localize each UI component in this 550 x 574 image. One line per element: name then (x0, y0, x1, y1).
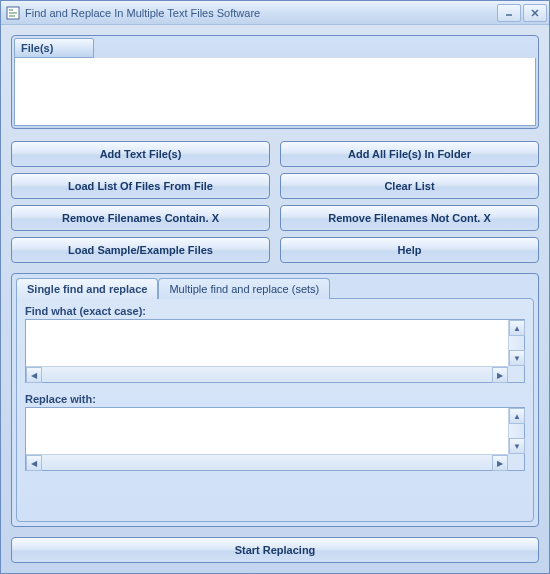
add-text-files-button[interactable]: Add Text File(s) (11, 141, 270, 167)
scroll-up-icon[interactable]: ▲ (509, 320, 525, 336)
load-sample-files-button[interactable]: Load Sample/Example Files (11, 237, 270, 263)
app-icon (5, 5, 21, 21)
close-button[interactable] (523, 4, 547, 22)
find-what-wrap: ▲ ▼ ◀ ▶ (25, 319, 525, 383)
window-controls (497, 4, 547, 22)
scrollbar-vertical[interactable]: ▲ ▼ (508, 320, 524, 366)
scroll-right-icon[interactable]: ▶ (492, 455, 508, 471)
content-area: File(s) Add Text File(s) Add All File(s)… (1, 25, 549, 573)
scrollbar-vertical[interactable]: ▲ ▼ (508, 408, 524, 454)
clear-list-button[interactable]: Clear List (280, 173, 539, 199)
scroll-down-icon[interactable]: ▼ (509, 350, 525, 366)
replace-with-input[interactable] (26, 408, 508, 454)
scrollbar-horizontal[interactable]: ◀ ▶ (26, 454, 508, 470)
help-button[interactable]: Help (280, 237, 539, 263)
app-window: Find and Replace In Multiple Text Files … (0, 0, 550, 574)
files-panel: File(s) (11, 35, 539, 129)
tabs-panel: Single find and replace Multiple find an… (11, 273, 539, 527)
remove-filenames-contain-button[interactable]: Remove Filenames Contain. X (11, 205, 270, 231)
scrollbar-horizontal[interactable]: ◀ ▶ (26, 366, 508, 382)
tab-single-find-replace[interactable]: Single find and replace (16, 278, 158, 299)
scroll-corner (508, 454, 524, 470)
window-title: Find and Replace In Multiple Text Files … (25, 7, 497, 19)
scroll-down-icon[interactable]: ▼ (509, 438, 525, 454)
tab-content-single: Find what (exact case): ▲ ▼ ◀ ▶ Replace … (16, 298, 534, 522)
scroll-left-icon[interactable]: ◀ (26, 367, 42, 383)
start-replacing-button[interactable]: Start Replacing (11, 537, 539, 563)
scroll-up-icon[interactable]: ▲ (509, 408, 525, 424)
minimize-button[interactable] (497, 4, 521, 22)
scroll-right-icon[interactable]: ▶ (492, 367, 508, 383)
scroll-left-icon[interactable]: ◀ (26, 455, 42, 471)
files-list[interactable] (14, 58, 536, 126)
find-what-input[interactable] (26, 320, 508, 366)
replace-with-label: Replace with: (25, 393, 525, 405)
replace-with-wrap: ▲ ▼ ◀ ▶ (25, 407, 525, 471)
tabs-header: Single find and replace Multiple find an… (16, 278, 534, 299)
files-column-header[interactable]: File(s) (14, 38, 94, 58)
tab-multiple-find-replace[interactable]: Multiple find and replace (sets) (158, 278, 330, 299)
add-all-files-in-folder-button[interactable]: Add All File(s) In Folder (280, 141, 539, 167)
titlebar: Find and Replace In Multiple Text Files … (1, 1, 549, 25)
load-list-from-file-button[interactable]: Load List Of Files From File (11, 173, 270, 199)
scroll-corner (508, 366, 524, 382)
button-grid: Add Text File(s) Add All File(s) In Fold… (11, 141, 539, 263)
remove-filenames-not-contain-button[interactable]: Remove Filenames Not Cont. X (280, 205, 539, 231)
find-what-label: Find what (exact case): (25, 305, 525, 317)
